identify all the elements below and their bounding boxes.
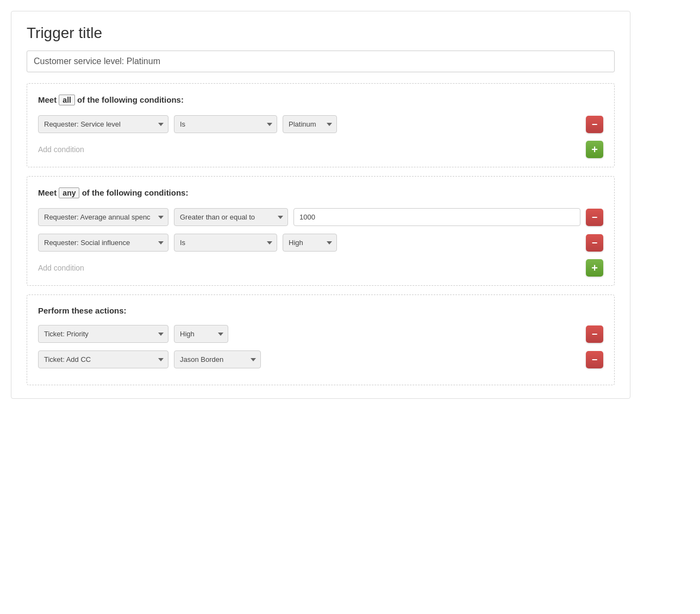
all-add-button[interactable]: +	[586, 141, 603, 158]
all-condition-row-0: Requester: Service level Is Platinum −	[38, 115, 603, 133]
any-condition-value-1[interactable]: High	[283, 234, 337, 252]
action-type-0[interactable]: Ticket: Priority	[38, 325, 168, 343]
any-add-button[interactable]: +	[586, 259, 603, 277]
action-value-1[interactable]: Jason Borden	[174, 350, 261, 368]
page-container: Trigger title Meet all of the following …	[11, 11, 630, 399]
all-conditions-section: Meet all of the following conditions: Re…	[27, 83, 615, 167]
action-remove-button-0[interactable]: −	[586, 325, 603, 343]
any-conditions-header-post: of the following conditions:	[82, 188, 189, 197]
all-condition-type-0[interactable]: Requester: Service level	[38, 115, 168, 133]
actions-header: Perform these actions:	[38, 306, 603, 315]
trigger-name-input[interactable]	[27, 51, 615, 72]
actions-section: Perform these actions: Ticket: Priority …	[27, 295, 615, 385]
all-add-condition-label: Add condition	[38, 145, 84, 154]
all-conditions-header: Meet all of the following conditions:	[38, 95, 603, 105]
any-conditions-header: Meet any of the following conditions:	[38, 187, 603, 198]
all-condition-value-0[interactable]: Platinum	[283, 115, 337, 133]
any-conditions-header-pre: Meet	[38, 188, 57, 197]
any-condition-value-input-0[interactable]	[293, 208, 580, 226]
any-condition-type-0[interactable]: Requester: Average annual spenc	[38, 208, 168, 226]
any-condition-operator-0[interactable]: Greater than or equal to	[174, 208, 288, 226]
any-remove-button-0[interactable]: −	[586, 209, 603, 226]
page-title: Trigger title	[27, 24, 615, 42]
action-remove-button-1[interactable]: −	[586, 351, 603, 368]
all-condition-operator-0[interactable]: Is	[174, 115, 277, 133]
all-conditions-qualifier: all	[59, 95, 75, 105]
any-add-condition-label: Add condition	[38, 264, 84, 272]
any-condition-type-1[interactable]: Requester: Social influence	[38, 234, 168, 252]
all-remove-button-0[interactable]: −	[586, 116, 603, 133]
all-add-condition-row: Add condition +	[38, 141, 603, 158]
action-type-1[interactable]: Ticket: Add CC	[38, 350, 168, 368]
any-remove-button-1[interactable]: −	[586, 234, 603, 252]
action-value-0[interactable]: High	[174, 325, 228, 343]
any-condition-row-0: Requester: Average annual spenc Greater …	[38, 208, 603, 226]
all-conditions-header-post: of the following conditions:	[77, 95, 184, 104]
any-add-condition-row: Add condition +	[38, 259, 603, 277]
any-conditions-qualifier: any	[59, 187, 79, 198]
all-conditions-header-pre: Meet	[38, 95, 57, 104]
any-condition-row-1: Requester: Social influence Is High −	[38, 234, 603, 252]
action-row-0: Ticket: Priority High −	[38, 325, 603, 343]
any-condition-operator-1[interactable]: Is	[174, 234, 277, 252]
any-conditions-section: Meet any of the following conditions: Re…	[27, 176, 615, 286]
action-row-1: Ticket: Add CC Jason Borden −	[38, 350, 603, 368]
